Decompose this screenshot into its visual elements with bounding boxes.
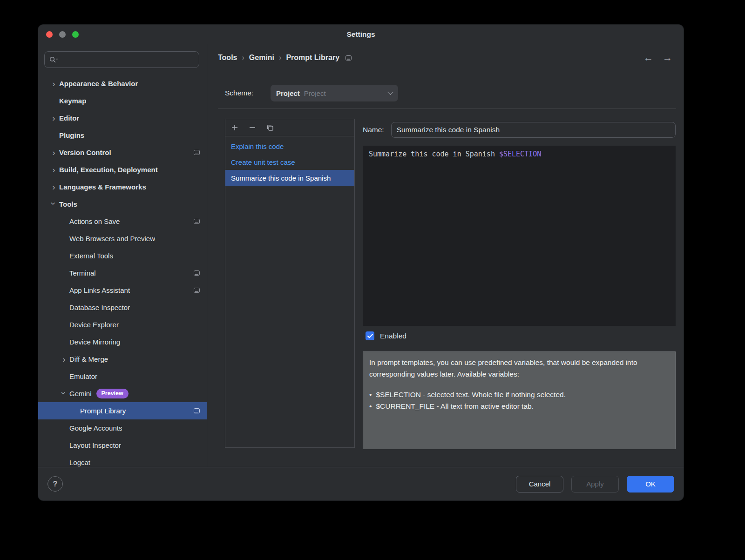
- sidebar-item[interactable]: Gemini Preview: [38, 385, 207, 402]
- zoom-button[interactable]: [72, 31, 79, 38]
- divider: [218, 108, 676, 109]
- sidebar-item-label: Keymap: [59, 97, 86, 105]
- sidebar: Appearance & Behavior Keymap Editor Plug…: [38, 44, 207, 467]
- preview-badge: Preview: [96, 389, 129, 398]
- prompt-list: Explain this code Create unit test case …: [225, 136, 354, 186]
- prompt-editor[interactable]: Summarize this code in Spanish $SELECTIO…: [363, 146, 676, 326]
- tree-chevron-icon[interactable]: [48, 79, 59, 88]
- sidebar-item[interactable]: Keymap: [38, 92, 207, 109]
- prompt-list-item[interactable]: Explain this code: [225, 138, 354, 154]
- sidebar-item-label: Appearance & Behavior: [59, 80, 138, 88]
- sidebar-item[interactable]: App Links Assistant: [38, 282, 207, 299]
- sidebar-item[interactable]: Terminal: [38, 264, 207, 282]
- sidebar-item[interactable]: Device Mirroring: [38, 333, 207, 351]
- minimize-button[interactable]: [59, 31, 66, 38]
- remove-prompt-button[interactable]: [246, 122, 258, 134]
- sidebar-item[interactable]: Database Inspector: [38, 299, 207, 316]
- settings-search-box[interactable]: [44, 51, 199, 68]
- sidebar-item[interactable]: Emulator: [38, 368, 207, 385]
- info-intro: In prompt templates, you can use predefi…: [369, 357, 669, 380]
- prompt-list-item[interactable]: Create unit test case: [225, 154, 354, 170]
- tree-chevron-icon[interactable]: [48, 148, 59, 157]
- footer: ? Cancel Apply OK: [38, 467, 684, 500]
- tree-chevron-icon[interactable]: [48, 182, 59, 191]
- sidebar-item[interactable]: Device Explorer: [38, 316, 207, 333]
- settings-tree: Appearance & Behavior Keymap Editor Plug…: [38, 75, 207, 467]
- sidebar-item[interactable]: Diff & Merge: [38, 351, 207, 368]
- sidebar-item[interactable]: Logcat: [38, 454, 207, 467]
- prompt-list-item-label: Summarize this code in Spanish: [231, 174, 331, 182]
- prompt-list-panel: Explain this code Create unit test case …: [225, 119, 355, 448]
- duplicate-prompt-button[interactable]: [264, 122, 276, 134]
- cancel-button[interactable]: Cancel: [516, 476, 563, 493]
- sidebar-item-label: Device Mirroring: [69, 338, 120, 346]
- tree-chevron-icon[interactable]: [48, 114, 59, 122]
- tree-chevron-icon[interactable]: [59, 389, 69, 398]
- sidebar-item-label: Languages & Frameworks: [59, 183, 146, 191]
- sidebar-item[interactable]: External Tools: [38, 247, 207, 264]
- settings-window: Settings Appearance & Behavior Keymap: [38, 25, 684, 500]
- sidebar-item[interactable]: Languages & Frameworks: [38, 178, 207, 196]
- prompt-list-item[interactable]: Summarize this code in Spanish: [225, 170, 354, 186]
- window-title: Settings: [38, 25, 684, 44]
- sidebar-item[interactable]: Plugins: [38, 127, 207, 144]
- prompt-variable: $SELECTION: [499, 150, 541, 158]
- forward-arrow-icon[interactable]: [663, 53, 672, 62]
- sidebar-item-label: Build, Execution, Deployment: [59, 166, 158, 174]
- scheme-hint: Project: [304, 89, 326, 97]
- sidebar-item[interactable]: Layout Inspector: [38, 437, 207, 454]
- tree-chevron-icon[interactable]: [48, 165, 59, 174]
- sidebar-item-label: Version Control: [59, 148, 111, 156]
- sidebar-item-label: Editor: [59, 114, 79, 122]
- info-bullet: • $SELECTION - selected text. Whole file…: [369, 389, 669, 400]
- breadcrumb: Tools › Gemini › Prompt Library: [218, 54, 352, 62]
- scheme-label: Scheme:: [225, 89, 271, 97]
- breadcrumb-prompt-library[interactable]: Prompt Library: [286, 54, 339, 62]
- copy-icon: [266, 124, 274, 131]
- prompt-text: Summarize this code in Spanish: [369, 150, 499, 158]
- bullet-icon: •: [369, 400, 372, 412]
- config-indicator-icon: [194, 288, 200, 293]
- prompt-list-item-label: Explain this code: [231, 142, 284, 150]
- minus-icon: [249, 124, 256, 131]
- sidebar-item[interactable]: Version Control: [38, 144, 207, 161]
- config-indicator-icon: [194, 408, 200, 413]
- scheme-row: Scheme: Project Project: [225, 85, 398, 101]
- help-label: ?: [53, 480, 58, 488]
- sidebar-item[interactable]: Editor: [38, 109, 207, 127]
- sidebar-item-label: Tools: [59, 200, 77, 208]
- sidebar-item-label: Emulator: [69, 372, 97, 380]
- config-indicator-icon: [194, 150, 200, 155]
- close-button[interactable]: [46, 31, 53, 38]
- scheme-select[interactable]: Project Project: [271, 85, 398, 101]
- prompt-name-input[interactable]: [391, 122, 676, 138]
- prompt-name-row: Name:: [363, 122, 676, 138]
- sidebar-item-label: Google Accounts: [69, 424, 122, 432]
- tree-chevron-icon[interactable]: [59, 355, 69, 364]
- tree-chevron-icon[interactable]: [48, 200, 59, 209]
- breadcrumb-tools[interactable]: Tools: [218, 54, 237, 62]
- apply-button[interactable]: Apply: [571, 476, 619, 493]
- sidebar-item[interactable]: Tools: [38, 196, 207, 213]
- search-input[interactable]: [61, 55, 195, 64]
- sidebar-item-label: Prompt Library: [80, 407, 126, 415]
- breadcrumb-gemini[interactable]: Gemini: [249, 54, 274, 62]
- footer-buttons: Cancel Apply OK: [516, 476, 674, 493]
- sidebar-item[interactable]: Prompt Library: [38, 402, 207, 419]
- sidebar-item[interactable]: Google Accounts: [38, 419, 207, 437]
- sidebar-item[interactable]: Actions on Save: [38, 213, 207, 230]
- sidebar-item[interactable]: Build, Execution, Deployment: [38, 161, 207, 178]
- breadcrumb-separator: ›: [242, 54, 244, 62]
- search-icon: [49, 56, 58, 63]
- info-bullet-list: • $SELECTION - selected text. Whole file…: [369, 389, 669, 412]
- ok-button[interactable]: OK: [627, 476, 674, 493]
- sidebar-item-label: Logcat: [69, 459, 90, 466]
- sidebar-item-label: Layout Inspector: [69, 441, 121, 449]
- back-arrow-icon[interactable]: [643, 53, 653, 62]
- sidebar-item[interactable]: Web Browsers and Preview: [38, 230, 207, 247]
- help-button[interactable]: ?: [47, 476, 63, 492]
- enabled-checkbox[interactable]: [366, 331, 374, 340]
- sidebar-item[interactable]: Appearance & Behavior: [38, 75, 207, 92]
- plus-icon: [231, 124, 238, 131]
- add-prompt-button[interactable]: [229, 122, 240, 134]
